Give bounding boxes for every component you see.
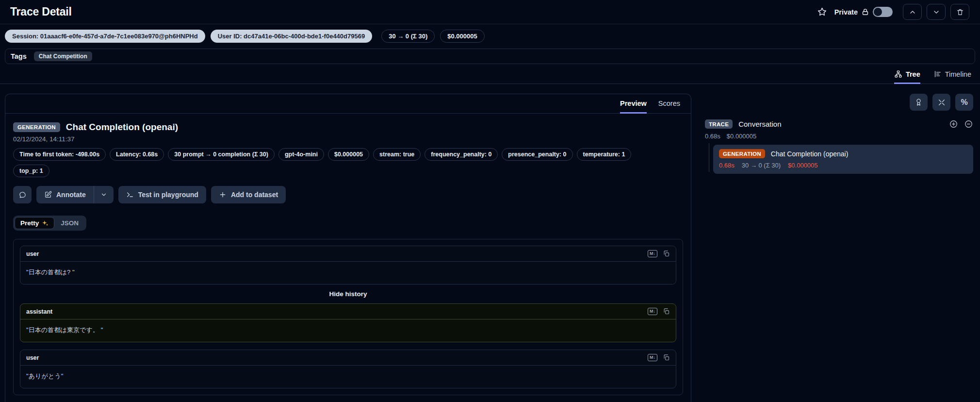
presence-penalty-badge: presence_penalty: 0: [502, 148, 572, 161]
trace-latency: 0.68s: [705, 133, 720, 140]
copy-button[interactable]: [663, 250, 670, 257]
next-trace-button[interactable]: [927, 4, 946, 20]
frequency-penalty-badge: frequency_penalty: 0: [425, 148, 498, 161]
observation-panel: Preview Scores GENERATION Chat Completio…: [5, 94, 691, 402]
generation-row: GENERATION Chat Completion (openai): [719, 149, 967, 158]
top-p-badge: top_p: 1: [13, 165, 49, 177]
annotate-split-button: Annotate: [36, 186, 114, 203]
chevron-down-icon: [932, 8, 940, 16]
tag-chip[interactable]: Chat Competition: [34, 51, 92, 61]
plus-icon: [219, 191, 227, 199]
comments-button[interactable]: [13, 186, 32, 203]
temperature-badge: temperature: 1: [577, 148, 632, 161]
annotate-dropdown-button[interactable]: [94, 186, 114, 203]
markdown-toggle-icon[interactable]: M↓: [648, 354, 657, 361]
trace-detail-page: Trace Detail Private: [0, 0, 980, 402]
percent-icon: %: [961, 98, 967, 107]
message-role: user: [26, 251, 39, 257]
trace-name[interactable]: Conversation: [738, 120, 781, 128]
panel-tabs: Preview Scores: [5, 94, 691, 114]
tree-zoom-controls: [949, 119, 973, 129]
stream-badge: stream: true: [373, 148, 421, 161]
generation-tokens: 30 → 0 (Σ 30): [742, 162, 781, 169]
terminal-icon: [126, 191, 134, 199]
markdown-toggle-icon[interactable]: M↓: [648, 250, 657, 257]
bookmark-star-button[interactable]: [817, 7, 827, 17]
trace-cost: $0.000005: [727, 133, 756, 140]
privacy-control: Private: [834, 7, 893, 17]
user-id-badge[interactable]: User ID: dc47a41e-06bc-400d-bde1-f0e440d…: [211, 30, 373, 43]
edit-pencil-icon: [44, 191, 52, 199]
message-header: user M↓: [20, 350, 676, 366]
award-icon: [915, 98, 923, 106]
tab-tree-label: Tree: [906, 70, 920, 78]
sidebar-actions: %: [705, 94, 973, 111]
message-role: assistant: [26, 308, 52, 315]
toggle-metrics-button[interactable]: %: [955, 94, 973, 111]
message-block-user-1: user M↓ "日本の首都は? ": [20, 246, 676, 285]
hide-history-link[interactable]: Hide history: [20, 290, 676, 298]
message-header-icons: M↓: [648, 308, 670, 315]
collapse-icon: [938, 99, 946, 106]
trace-tree-sidebar: % TRACE Conversation: [705, 94, 974, 402]
markdown-toggle-icon[interactable]: M↓: [648, 308, 657, 315]
tags-section: Tags Chat Competition: [5, 49, 975, 64]
top-bar-actions: Private: [817, 4, 969, 20]
trace-tree-root[interactable]: TRACE Conversation: [705, 119, 973, 129]
io-preview-container: user M↓ "日本の首都は? ": [13, 239, 683, 395]
tree-children: GENERATION Chat Completion (openai) 0.68…: [705, 145, 973, 174]
pretty-label: Pretty: [20, 219, 39, 227]
copy-icon: [663, 308, 670, 315]
message-content: "ありがとう": [20, 366, 676, 388]
session-badge[interactable]: Session: 01aaacf6-e0fe-457d-a7de-7c1ee08…: [5, 30, 205, 43]
tab-timeline-label: Timeline: [945, 70, 971, 78]
tab-scores[interactable]: Scores: [658, 100, 680, 114]
dataset-label: Add to dataset: [231, 191, 278, 199]
message-header-icons: M↓: [648, 250, 670, 257]
test-in-playground-button[interactable]: Test in playground: [118, 186, 206, 203]
top-bar: Trace Detail Private: [0, 0, 980, 24]
toggle-knob: [874, 8, 882, 16]
copy-icon: [663, 354, 670, 361]
tab-tree[interactable]: Tree: [894, 70, 920, 84]
model-badge[interactable]: gpt-4o-mini: [278, 148, 324, 161]
generation-cost: $0.000005: [788, 162, 817, 169]
actions-row: Annotate Test in playgroun: [13, 186, 683, 203]
toggle-scores-button[interactable]: [910, 94, 928, 111]
expand-node-button[interactable]: [949, 119, 958, 129]
lock-icon: [861, 8, 869, 16]
copy-button[interactable]: [663, 308, 670, 315]
ttft-badge: Time to first token: -498.00s: [13, 148, 106, 161]
message-block-assistant: assistant M↓ "日本の首都は東京です。 ": [20, 303, 676, 342]
message-content: "日本の首都は東京です。 ": [20, 319, 676, 342]
chevron-up-icon: [909, 8, 916, 16]
privacy-label: Private: [834, 8, 858, 16]
generation-name: Chat Completion (openai): [771, 150, 849, 158]
privacy-toggle[interactable]: [873, 7, 893, 17]
annotate-button[interactable]: Annotate: [36, 186, 94, 203]
generation-type-badge: GENERATION: [13, 122, 60, 132]
collapse-all-button[interactable]: [932, 94, 950, 111]
tab-timeline[interactable]: Timeline: [933, 70, 971, 84]
copy-button[interactable]: [663, 354, 670, 361]
pretty-toggle[interactable]: Pretty: [15, 217, 54, 229]
tree-item-generation[interactable]: GENERATION Chat Completion (openai) 0.68…: [713, 145, 973, 174]
latency-badge: Latency: 0.68s: [110, 148, 164, 161]
content-area: Preview Scores GENERATION Chat Completio…: [0, 84, 980, 402]
tab-preview[interactable]: Preview: [620, 100, 647, 114]
delete-trace-button[interactable]: [950, 4, 969, 20]
collapse-node-button[interactable]: [964, 119, 973, 129]
message-header-icons: M↓: [648, 354, 670, 361]
json-toggle[interactable]: JSON: [54, 217, 85, 229]
comment-bubble-icon: [18, 191, 27, 199]
trace-nav-buttons: [903, 4, 969, 20]
trash-icon: [956, 8, 964, 16]
token-badge: 30 prompt → 0 completion (Σ 30): [168, 148, 275, 161]
trace-meta-row: Session: 01aaacf6-e0fe-457d-a7de-7c1ee08…: [0, 24, 980, 48]
previous-trace-button[interactable]: [903, 4, 922, 20]
panel-body: GENERATION Chat Completion (openai) 02/1…: [5, 114, 691, 402]
trace-type-badge: TRACE: [705, 119, 733, 129]
format-toggle: Pretty JSON: [13, 216, 86, 231]
observation-title-row: GENERATION Chat Completion (openai): [13, 122, 683, 133]
add-to-dataset-button[interactable]: Add to dataset: [211, 186, 286, 203]
